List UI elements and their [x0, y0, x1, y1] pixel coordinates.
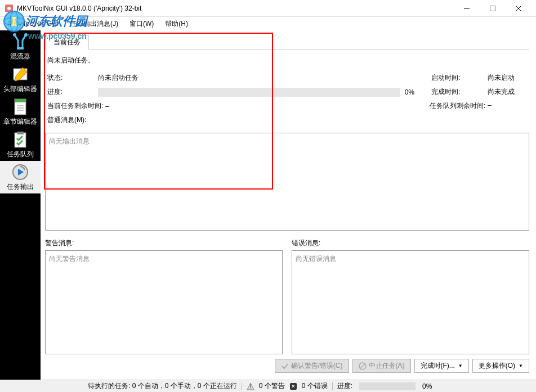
status-label: 状态:: [47, 73, 98, 83]
warn-msg-placeholder: 尚无警告消息: [49, 255, 90, 263]
error-msg-box[interactable]: 尚无错误消息: [292, 250, 529, 354]
finish-time-label: 完成时间:: [431, 87, 488, 97]
error-msg-placeholder: 尚无错误消息: [296, 255, 336, 263]
svg-text:!: !: [249, 383, 251, 390]
sidebar: 混流器 头部编辑器 章节编辑器 任务队列 任务输出: [0, 30, 41, 380]
sidebar-label: 任务输出: [7, 182, 34, 192]
warn-msg-box[interactable]: 尚无警告消息: [45, 250, 283, 354]
error-icon: ✕: [289, 382, 297, 390]
more-actions-button[interactable]: 更多操作(O) ▼: [472, 359, 529, 373]
svg-point-10: [24, 33, 28, 37]
start-time-value: 尚未启动: [488, 73, 527, 83]
sidebar-item-merge[interactable]: 混流器: [0, 30, 41, 63]
close-button[interactable]: [506, 0, 531, 17]
warning-icon: !: [247, 382, 254, 390]
progress-percent: 0%: [405, 88, 414, 96]
tab-row: 当前任务: [45, 35, 529, 50]
sidebar-item-chapter-editor[interactable]: 章节编辑器: [0, 96, 41, 128]
svg-rect-18: [15, 133, 26, 147]
svg-rect-14: [15, 99, 26, 102]
merge-icon: [11, 33, 29, 51]
status-value: 尚未启动任务: [98, 73, 211, 83]
no-task-message: 尚未启动任务。: [47, 56, 527, 65]
svg-line-23: [360, 364, 365, 368]
status-errors: 0 个错误: [302, 381, 328, 391]
chevron-down-icon: ▼: [519, 363, 523, 368]
current-remaining-label: 当前任务剩余时间:: [47, 101, 103, 111]
abort-button: 中止任务(A): [352, 359, 411, 373]
check-icon: [281, 362, 289, 370]
svg-point-9: [13, 33, 16, 37]
finish-time-value: 尚未完成: [488, 87, 527, 97]
app-icon: [5, 4, 14, 13]
svg-rect-19: [17, 132, 24, 134]
progress-label: 进度:: [47, 87, 98, 97]
progress-bar: [98, 88, 400, 97]
chevron-down-icon: ▼: [458, 363, 463, 368]
sidebar-label: 任务队列: [7, 150, 34, 159]
normal-msg-placeholder: 尚无输出消息: [49, 137, 90, 145]
tab-current-job[interactable]: 当前任务: [45, 35, 89, 50]
error-msg-label: 错误消息:: [292, 238, 529, 248]
status-progress-bar: [359, 382, 416, 390]
warn-msg-label: 警告消息:: [45, 238, 283, 248]
svg-point-4: [7, 7, 11, 10]
svg-rect-6: [490, 6, 495, 11]
header-editor-icon: [11, 65, 29, 83]
normal-msg-box[interactable]: 尚无输出消息: [45, 133, 529, 231]
current-remaining-value: –: [105, 102, 109, 110]
stop-icon: [359, 362, 367, 370]
status-pending: 待执行的任务: 0 个自动，0 个手动，0 个正在运行: [88, 381, 237, 391]
sidebar-item-job-output[interactable]: 任务输出: [0, 161, 41, 193]
minimize-button[interactable]: [454, 0, 480, 17]
ack-button: 确认警告/错误(C): [275, 359, 349, 373]
window-title: MKVToolNix GUI v18.0.0 ('Apricity') 32-b…: [17, 4, 454, 12]
on-finish-button[interactable]: 完成时(F)... ▼: [414, 359, 469, 373]
queue-remaining-label: 任务队列剩余时间:: [430, 101, 485, 111]
start-time-label: 启动时间:: [431, 73, 488, 83]
job-output-icon: [11, 163, 29, 181]
menubar: MKVToolNix GUI 任务输出消息(J) 窗口(W) 帮助(H): [0, 17, 536, 30]
sidebar-label: 混流器: [10, 52, 30, 61]
menu-job-output[interactable]: 任务输出消息(J): [64, 18, 124, 30]
status-warnings: 0 个警告: [259, 381, 285, 391]
menu-window[interactable]: 窗口(W): [124, 18, 159, 30]
chapter-editor-icon: [11, 98, 29, 116]
normal-msg-label: 普通消息(M):: [47, 115, 527, 125]
titlebar: MKVToolNix GUI v18.0.0 ('Apricity') 32-b…: [0, 0, 536, 17]
menu-gui[interactable]: MKVToolNix GUI: [2, 19, 64, 29]
svg-rect-11: [17, 47, 24, 49]
maximize-button[interactable]: [480, 0, 506, 17]
job-queue-icon: [11, 130, 29, 148]
sidebar-item-header-editor[interactable]: 头部编辑器: [0, 63, 41, 96]
sidebar-label: 头部编辑器: [3, 84, 37, 94]
status-progress-pct: 0%: [422, 382, 432, 390]
sidebar-item-job-queue[interactable]: 任务队列: [0, 128, 41, 161]
statusbar: 待执行的任务: 0 个自动，0 个手动，0 个正在运行 ! 0 个警告 ✕ 0 …: [0, 380, 536, 392]
sidebar-label: 章节编辑器: [3, 117, 37, 127]
queue-remaining-value: –: [488, 101, 527, 111]
status-progress-label: 进度:: [337, 381, 352, 391]
content-area: 当前任务 尚未启动任务。 状态: 尚未启动任务 启动时间: 尚未启动 进度: 0…: [41, 30, 536, 380]
menu-help[interactable]: 帮助(H): [159, 18, 194, 30]
